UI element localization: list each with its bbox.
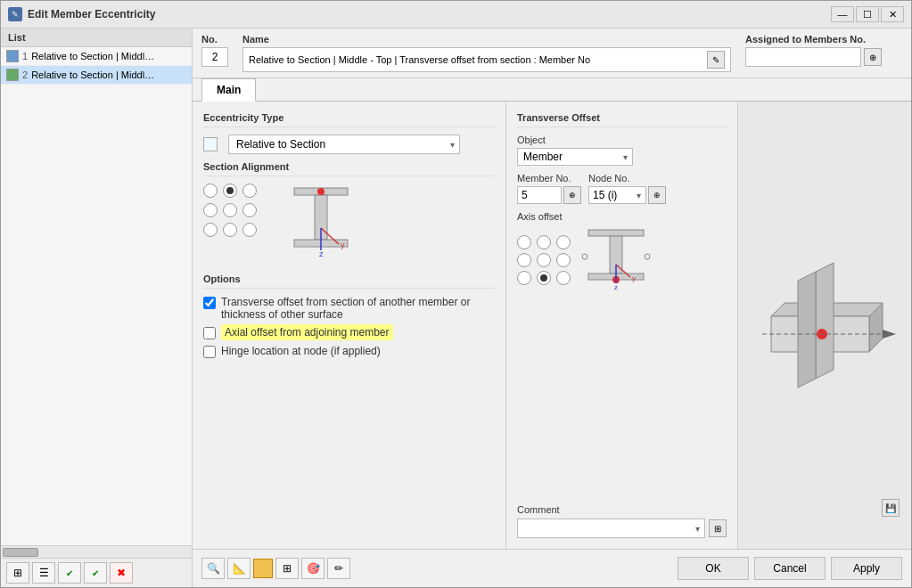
axis-radio-1-2[interactable] [556, 253, 571, 267]
dimension-icon-btn[interactable]: 📐 [227, 558, 251, 579]
radio-dot-1-1[interactable] [223, 203, 237, 217]
scroll-thumb[interactable] [3, 548, 38, 557]
apply-button[interactable]: Apply [831, 557, 902, 580]
comment-select[interactable] [517, 519, 705, 538]
save-preview-icon[interactable]: 💾 [882, 499, 900, 517]
target-icon-btn[interactable]: 🎯 [301, 558, 325, 579]
options-title: Options [203, 274, 495, 289]
title-bar: ✎ Edit Member Eccentricity — ☐ ✕ [1, 1, 911, 29]
title-controls: — ☐ ✕ [831, 6, 904, 22]
check2-button[interactable]: ✔ [84, 562, 107, 584]
comment-dropdown-wrap: ▾ [517, 519, 705, 538]
svg-text:z: z [319, 249, 324, 258]
square-icon-btn[interactable] [253, 559, 273, 578]
member-select-button[interactable]: ⊕ [563, 186, 581, 204]
preview-save-button[interactable]: 💾 [882, 499, 900, 517]
member-no-label: Member No. [517, 173, 581, 184]
checkbox-row-1[interactable]: Transverse offset from section of anothe… [203, 296, 495, 321]
left-panel: List 1 Relative to Section | Middle - To… [1, 29, 193, 587]
node-select[interactable]: 15 (i) 16 (j) [588, 186, 646, 204]
checkbox-transverse-label: Transverse offset from section of anothe… [221, 296, 495, 321]
radio-dot-2-2[interactable] [242, 223, 257, 237]
no-value: 2 [201, 47, 228, 67]
axis-radio-0-0[interactable] [517, 235, 531, 249]
radio-2-2[interactable] [242, 223, 257, 237]
radio-0-0[interactable] [203, 184, 218, 198]
radio-dot-0-0[interactable] [203, 184, 218, 198]
name-field-group: Name ✎ [242, 34, 731, 72]
assigned-select-button[interactable]: ⊕ [864, 48, 882, 66]
add-button[interactable]: ⊞ [6, 562, 29, 584]
tab-bar: Main [193, 78, 911, 102]
pencil-icon-btn[interactable]: ✏ [327, 558, 350, 579]
object-select[interactable]: Member Surface Node [517, 148, 633, 166]
delete-button[interactable]: ✖ [110, 562, 133, 584]
alignment-layout: y z [203, 184, 495, 266]
radio-dot-2-1[interactable] [223, 223, 237, 237]
svg-text:y: y [632, 274, 636, 282]
axis-radio-2-0[interactable] [517, 271, 531, 285]
radio-1-2[interactable] [242, 203, 257, 217]
radio-dot-1-2[interactable] [242, 203, 257, 217]
radio-dot-2-0[interactable] [203, 223, 218, 237]
horizontal-scrollbar[interactable] [1, 545, 192, 558]
section-beam-svg: y z [285, 184, 357, 264]
radio-dot-0-1[interactable] [223, 184, 237, 198]
transverse-section: Transverse Offset Object Member Surface … [517, 112, 727, 300]
checkbox-axial[interactable] [203, 327, 216, 339]
axis-radio-1-0[interactable] [517, 253, 531, 267]
eccentricity-section: Eccentricity Type Relative to Section Ab… [203, 112, 495, 154]
radio-1-1[interactable] [223, 203, 237, 217]
radio-2-1[interactable] [223, 223, 237, 237]
svg-marker-21 [816, 263, 834, 379]
section-alignment-title: Section Alignment [203, 161, 495, 176]
edit-name-button[interactable]: ✎ [707, 51, 725, 69]
axis-radio-1-1[interactable] [537, 253, 551, 267]
minimize-button[interactable]: — [831, 6, 854, 22]
item-color-2 [6, 69, 19, 81]
radio-1-0[interactable] [203, 203, 218, 217]
no-label: No. [201, 34, 228, 45]
check1-button[interactable]: ✔ [58, 562, 81, 584]
radio-dot-1-0[interactable] [203, 203, 218, 217]
duplicate-button[interactable]: ☰ [32, 562, 55, 584]
object-row: Object Member Surface Node ▾ [517, 135, 727, 166]
axis-radio-2-2[interactable] [556, 271, 571, 285]
list-item-2[interactable]: 2 Relative to Section | Middle - To [1, 66, 192, 85]
radio-dot-0-2[interactable] [242, 184, 257, 198]
list-header: List [1, 29, 192, 47]
maximize-button[interactable]: ☐ [856, 6, 879, 22]
node-select-button[interactable]: ⊕ [648, 186, 666, 204]
name-input[interactable] [249, 54, 703, 65]
ok-button[interactable]: OK [678, 557, 749, 580]
radio-2-0[interactable] [203, 223, 218, 237]
checkbox-hinge[interactable] [203, 346, 216, 358]
radio-0-2[interactable] [242, 184, 257, 198]
grid-icon-btn[interactable]: ⊞ [275, 558, 299, 579]
checkbox-transverse[interactable] [203, 297, 216, 309]
tab-main[interactable]: Main [201, 78, 256, 102]
comment-copy-button[interactable]: ⊞ [709, 519, 727, 537]
close-button[interactable]: ✕ [881, 6, 904, 22]
axis-radio-0-1[interactable] [537, 235, 551, 249]
checkbox-row-3[interactable]: Hinge location at node (if applied) [203, 345, 495, 358]
assigned-field-group: Assigned to Members No. ⊕ [745, 34, 888, 67]
item-num-1: 1 [22, 51, 28, 61]
zoom-icon-btn[interactable]: 🔍 [201, 558, 225, 579]
checkbox-row-2[interactable]: Axial offset from adjoining member [203, 326, 495, 339]
member-no-input[interactable] [517, 186, 562, 204]
center-right: Transverse Offset Object Member Surface … [505, 102, 737, 549]
axis-grid [517, 235, 571, 285]
axis-beam-diagram: y z [581, 225, 653, 295]
cancel-button[interactable]: Cancel [754, 557, 826, 580]
list-item[interactable]: 1 Relative to Section | Middle - To [1, 47, 192, 66]
axis-radio-0-2[interactable] [556, 235, 571, 249]
svg-point-3 [317, 188, 325, 195]
checkbox-hinge-label: Hinge location at node (if applied) [221, 345, 381, 357]
assigned-input[interactable] [745, 47, 861, 67]
axis-radio-2-1[interactable] [537, 271, 551, 285]
svg-text:y: y [341, 241, 345, 249]
radio-0-1[interactable] [223, 184, 237, 198]
eccentricity-type-select[interactable]: Relative to Section Absolute Relative to… [228, 135, 460, 154]
svg-text:z: z [614, 283, 618, 291]
